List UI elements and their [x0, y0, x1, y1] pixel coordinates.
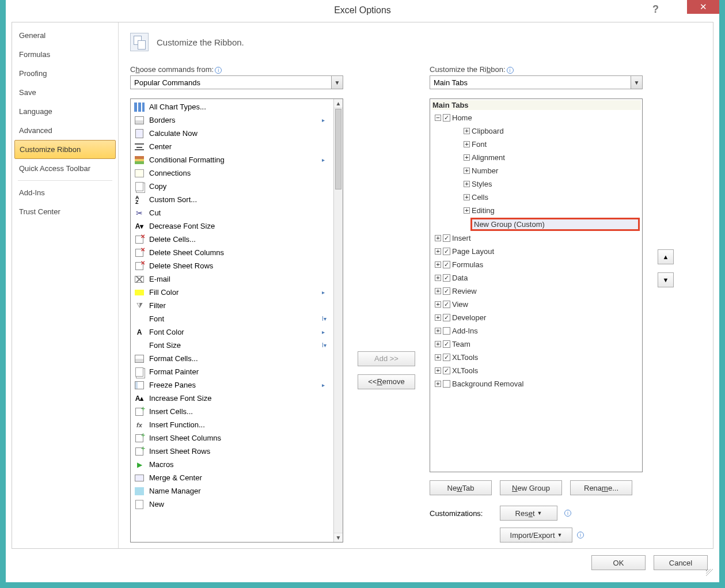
command-item[interactable]: Delete Sheet Rows — [131, 259, 333, 272]
command-item[interactable]: Custom Sort... — [131, 193, 333, 206]
command-item[interactable]: Font SizeI▾ — [131, 339, 333, 352]
command-item[interactable]: Format Cells... — [131, 352, 333, 365]
tree-toggle[interactable]: + — [435, 275, 441, 281]
command-item[interactable]: Conditional Formatting▸ — [131, 153, 333, 166]
sidebar-item-general[interactable]: General — [12, 26, 118, 45]
tree-tab[interactable]: +Add-Ins — [432, 324, 640, 337]
new-group-button[interactable]: New Group — [500, 480, 562, 495]
tree-toggle[interactable]: + — [464, 128, 470, 134]
tree-toggle[interactable]: + — [435, 367, 441, 374]
command-item[interactable]: ⧩Filter — [131, 299, 333, 312]
tree-group[interactable]: +Number — [464, 164, 640, 177]
commands-listbox[interactable]: All Chart Types...Borders▸Calculate NowC… — [130, 98, 343, 543]
cancel-button[interactable]: Cancel — [654, 555, 708, 570]
tree-toggle[interactable]: + — [435, 341, 441, 347]
tree-toggle[interactable]: + — [435, 288, 441, 294]
sidebar-item-quick-access-toolbar[interactable]: Quick Access Toolbar — [12, 159, 118, 178]
tree-tab[interactable]: +✓Team — [432, 337, 640, 351]
new-tab-button[interactable]: New Tab — [430, 480, 492, 495]
add-button[interactable]: Add >> — [358, 351, 415, 366]
command-item[interactable]: Fill Color▸ — [131, 286, 333, 299]
command-item[interactable]: Merge & Center — [131, 471, 333, 484]
sidebar-item-proofing[interactable]: Proofing — [12, 64, 118, 83]
tree-checkbox[interactable]: ✓ — [443, 287, 450, 295]
close-button[interactable]: ✕ — [687, 0, 719, 14]
command-item[interactable]: ▶Macros — [131, 458, 333, 471]
resize-grip[interactable] — [705, 568, 713, 576]
tree-checkbox[interactable]: ✓ — [443, 354, 450, 361]
info-icon[interactable]: i — [215, 67, 222, 74]
scroll-thumb[interactable] — [335, 109, 341, 189]
sidebar-item-save[interactable]: Save — [12, 83, 118, 102]
command-item[interactable]: FontI▾ — [131, 312, 333, 325]
tree-group[interactable]: +Font — [464, 138, 640, 151]
command-item[interactable]: Connections — [131, 166, 333, 180]
scroll-up-button[interactable]: ▲ — [334, 99, 343, 108]
command-item[interactable]: A▾Decrease Font Size — [131, 219, 333, 233]
tree-checkbox[interactable]: ✓ — [443, 367, 450, 374]
tree-checkbox[interactable] — [443, 327, 450, 335]
tree-toggle[interactable]: + — [464, 168, 470, 174]
command-item[interactable]: Freeze Panes▸ — [131, 378, 333, 392]
sidebar-item-add-ins[interactable]: Add-Ins — [12, 183, 118, 202]
command-item[interactable]: fxInsert Function... — [131, 418, 333, 431]
tree-tab[interactable]: +✓Page Layout — [432, 245, 640, 258]
command-item[interactable]: Insert Cells... — [131, 405, 333, 418]
command-item[interactable]: New — [131, 498, 333, 511]
tree-toggle[interactable]: + — [435, 328, 441, 334]
help-button[interactable]: ? — [652, 3, 659, 16]
command-item[interactable]: Copy — [131, 180, 333, 193]
tree-checkbox[interactable]: ✓ — [443, 248, 450, 255]
command-item[interactable]: AFont Color▸ — [131, 325, 333, 339]
ok-button[interactable]: OK — [591, 555, 646, 570]
tree-tab[interactable]: +✓Data — [432, 271, 640, 284]
command-item[interactable]: ✂Cut — [131, 206, 333, 219]
command-item[interactable]: Center — [131, 140, 333, 153]
info-icon[interactable]: i — [507, 67, 514, 74]
command-item[interactable]: A▴Increase Font Size — [131, 392, 333, 405]
move-up-button[interactable]: ▲ — [658, 249, 674, 264]
tree-toggle[interactable]: + — [464, 154, 470, 161]
sidebar-item-trust-center[interactable]: Trust Center — [12, 202, 118, 221]
command-item[interactable]: Delete Cells... — [131, 233, 333, 246]
tree-group[interactable]: +Cells — [464, 191, 640, 204]
command-item[interactable]: Delete Sheet Columns — [131, 246, 333, 259]
tree-toggle[interactable]: + — [464, 194, 470, 200]
customize-ribbon-dropdown[interactable]: Main Tabs ▼ — [430, 75, 643, 89]
tree-toggle[interactable]: − — [435, 115, 441, 121]
tree-selected-new-group[interactable]: New Group (Custom) — [470, 218, 640, 231]
tree-group[interactable]: +Editing — [464, 204, 640, 217]
tree-group[interactable]: +Clipboard — [464, 124, 640, 138]
tree-checkbox[interactable] — [443, 380, 450, 388]
sidebar-item-customize-ribbon[interactable]: Customize Ribbon — [14, 140, 116, 159]
scroll-down-button[interactable]: ▼ — [334, 533, 343, 542]
command-item[interactable]: Insert Sheet Rows — [131, 445, 333, 458]
tree-tab-home[interactable]: −✓Home — [432, 111, 640, 124]
tree-tab[interactable]: +✓View — [432, 298, 640, 311]
tree-group[interactable]: +Alignment — [464, 151, 640, 164]
tree-checkbox[interactable]: ✓ — [443, 274, 450, 282]
command-item[interactable]: Insert Sheet Columns — [131, 431, 333, 445]
sidebar-item-language[interactable]: Language — [12, 102, 118, 121]
rename-button[interactable]: Rename... — [570, 480, 632, 495]
tree-tab[interactable]: +Background Removal — [432, 377, 640, 390]
tree-group[interactable]: +Styles — [464, 177, 640, 191]
tree-toggle[interactable]: + — [435, 314, 441, 321]
choose-commands-dropdown[interactable]: Popular Commands ▼ — [130, 75, 343, 89]
command-item[interactable]: Name Manager — [131, 484, 333, 498]
tree-checkbox[interactable]: ✓ — [443, 114, 450, 122]
sidebar-item-advanced[interactable]: Advanced — [12, 121, 118, 140]
tree-toggle[interactable]: + — [435, 261, 441, 268]
tree-toggle[interactable]: + — [435, 301, 441, 308]
remove-button[interactable]: << Remove — [358, 374, 415, 389]
info-icon[interactable]: i — [564, 510, 571, 517]
command-item[interactable]: Format Painter — [131, 365, 333, 378]
tree-toggle[interactable]: + — [464, 141, 470, 147]
tree-tab[interactable]: +✓XLTools — [432, 351, 640, 364]
tree-checkbox[interactable]: ✓ — [443, 234, 450, 242]
tree-toggle[interactable]: + — [435, 381, 441, 387]
tree-toggle[interactable]: + — [464, 207, 470, 214]
info-icon[interactable]: i — [577, 532, 584, 538]
command-item[interactable]: Borders▸ — [131, 113, 333, 127]
tree-toggle[interactable]: + — [464, 181, 470, 187]
